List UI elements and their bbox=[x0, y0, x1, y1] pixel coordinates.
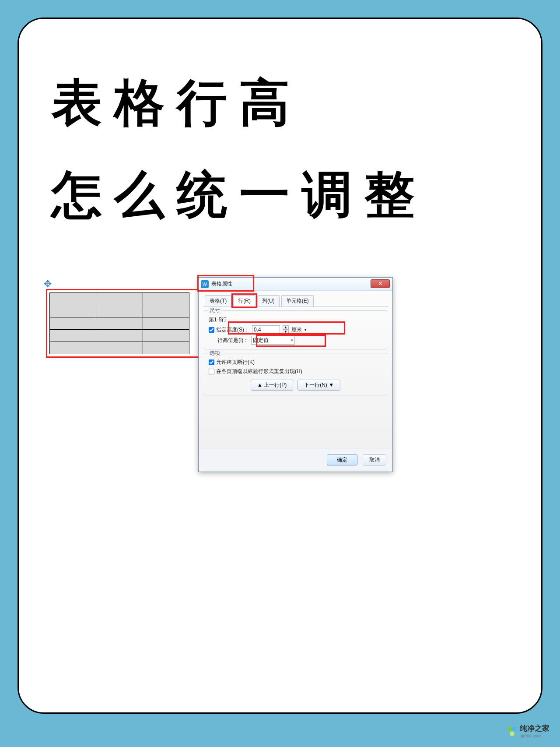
repeat-header-checkbox[interactable] bbox=[209, 369, 214, 374]
break-row-label: 允许跨页断行(K) bbox=[216, 359, 255, 366]
repeat-header-label: 在各页顶端以标题行形式重复出现(H) bbox=[216, 368, 302, 375]
close-button[interactable]: ✕ bbox=[371, 279, 390, 288]
tab-cell[interactable]: 单元格(E) bbox=[281, 295, 314, 307]
prev-row-button[interactable]: ▲ 上一行(P) bbox=[251, 380, 293, 391]
row-type-label: 行高值是(I)： bbox=[217, 337, 248, 344]
watermark-logo-icon bbox=[507, 726, 517, 736]
dialog-titlebar[interactable]: W 表格属性 ✕ bbox=[199, 278, 392, 291]
highlight-box bbox=[197, 275, 254, 292]
break-row-check[interactable]: 允许跨页断行(K) bbox=[209, 359, 255, 366]
heading-line2: 怎么统一调整 bbox=[52, 161, 427, 229]
specify-height-checkbox[interactable] bbox=[209, 327, 214, 333]
ok-button[interactable]: 确定 bbox=[327, 455, 357, 465]
tab-column[interactable]: 列(U) bbox=[257, 295, 280, 307]
heading: 表格行高 怎么统一调整 bbox=[52, 69, 427, 229]
tabs: 表格(T) 行(R) 列(U) 单元格(E) bbox=[203, 295, 388, 307]
highlight-box bbox=[228, 321, 345, 335]
highlight-box bbox=[256, 335, 326, 347]
highlight-box bbox=[231, 293, 257, 308]
cancel-button[interactable]: 取消 bbox=[363, 455, 386, 465]
next-row-button[interactable]: 下一行(N) ▼ bbox=[298, 380, 340, 391]
watermark-brand: 纯净之家 bbox=[520, 723, 550, 733]
dialog-footer: 确定 取消 bbox=[199, 448, 392, 472]
tab-row[interactable]: 行(R) bbox=[233, 295, 256, 307]
table-properties-dialog: W 表格属性 ✕ 表格(T) 行(R) 列(U) 单元格(E) 第1-5行 指定… bbox=[198, 277, 393, 472]
row-range-text: 第1-5行 bbox=[209, 316, 227, 324]
size-group: 第1-5行 指定高度(S)： ▲ ▼ 厘米 ▾ 行高值是(I)： 固定值 bbox=[204, 310, 387, 349]
repeat-header-check[interactable]: 在各页顶端以标题行形式重复出现(H) bbox=[209, 368, 302, 375]
content-card: 表格行高 怎么统一调整 ✥ W 表格属性 ✕ 表格(T) 行(R) 列(U) bbox=[18, 18, 542, 714]
highlight-box bbox=[46, 289, 202, 358]
break-row-checkbox[interactable] bbox=[209, 359, 214, 365]
table-move-icon[interactable]: ✥ bbox=[42, 278, 53, 290]
heading-line1: 表格行高 bbox=[52, 69, 427, 137]
watermark: 纯净之家 gdhst.com bbox=[507, 723, 550, 738]
demo-table-wrap: ✥ bbox=[49, 292, 198, 354]
watermark-url: gdhst.com bbox=[521, 733, 550, 738]
options-group: 允许跨页断行(K) 在各页顶端以标题行形式重复出现(H) ▲ 上一行(P) 下一… bbox=[204, 353, 387, 395]
tab-table[interactable]: 表格(T) bbox=[205, 295, 231, 307]
